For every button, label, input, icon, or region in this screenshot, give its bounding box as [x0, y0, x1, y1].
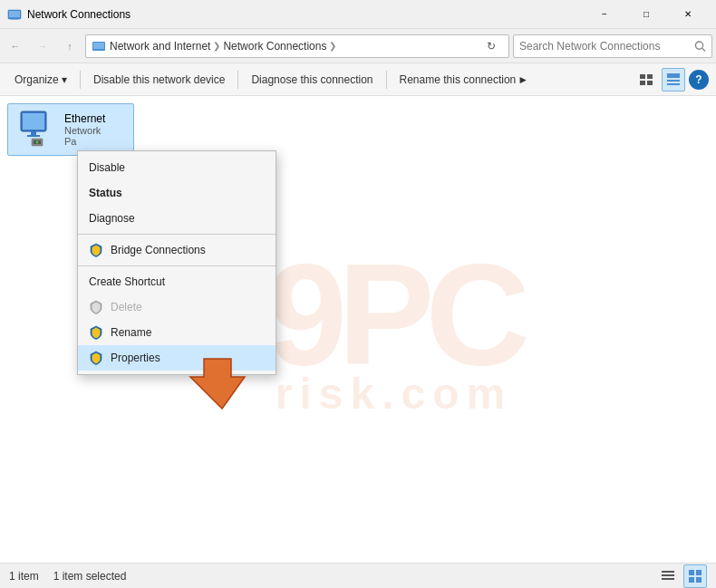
toolbar-separator-2: [237, 71, 238, 89]
search-icon: [694, 40, 706, 53]
svg-point-21: [36, 141, 39, 144]
toolbar: Organize ▾ Disable this network device D…: [0, 63, 716, 96]
forward-button[interactable]: →: [31, 34, 54, 58]
ctx-diagnose-label: Diagnose: [89, 212, 135, 225]
svg-rect-23: [662, 571, 674, 573]
maximize-button[interactable]: □: [625, 0, 667, 29]
organize-button[interactable]: Organize ▾: [7, 67, 74, 92]
svg-rect-5: [93, 43, 104, 49]
ctx-properties[interactable]: Properties: [78, 345, 276, 371]
ctx-bridge-label: Bridge Connections: [111, 244, 206, 256]
address-bar: ← → ↑ Network and Internet ❯ Network Con…: [0, 29, 716, 63]
ctx-shortcut-label: Create Shortcut: [89, 275, 165, 288]
svg-rect-28: [689, 577, 694, 583]
ethernet-labels: Ethernet Network Pa: [64, 112, 105, 147]
ctx-rename-label: Rename: [111, 326, 151, 339]
ctx-properties-label: Properties: [111, 352, 160, 364]
back-button[interactable]: ←: [4, 34, 27, 58]
svg-rect-26: [689, 570, 694, 575]
shield-rename-icon: [89, 325, 103, 340]
ctx-diagnose[interactable]: Diagnose: [78, 206, 276, 231]
status-list-view-button[interactable]: [656, 564, 680, 588]
main-content: 9PC risk.com: [0, 96, 716, 563]
svg-rect-11: [647, 81, 653, 85]
ethernet-icon: [15, 108, 59, 151]
svg-rect-24: [662, 574, 674, 576]
ctx-sep-2: [78, 265, 276, 266]
ctx-shortcut[interactable]: Create Shortcut: [78, 269, 276, 294]
svg-rect-29: [696, 577, 701, 583]
svg-rect-13: [667, 80, 680, 82]
svg-rect-3: [11, 18, 18, 19]
svg-rect-14: [667, 83, 680, 85]
svg-rect-1: [9, 11, 20, 17]
help-label: ?: [695, 73, 701, 86]
shield-properties-icon: [89, 351, 103, 365]
diagnose-button[interactable]: Diagnose this connection: [244, 67, 380, 92]
ethernet-subtype: Pa: [64, 136, 105, 147]
ethernet-type: Network: [64, 125, 105, 136]
svg-rect-27: [696, 570, 701, 575]
up-button[interactable]: ↑: [58, 34, 82, 58]
large-icons-button[interactable]: [662, 68, 685, 92]
svg-rect-9: [647, 74, 653, 79]
status-tile-view-button[interactable]: [683, 564, 707, 588]
svg-rect-2: [12, 17, 17, 19]
svg-rect-25: [662, 578, 674, 580]
rename-arrow: ►: [518, 73, 528, 86]
svg-rect-12: [667, 73, 680, 78]
status-bar: 1 item 1 item selected: [0, 563, 716, 588]
window-controls: − □ ✕: [584, 0, 709, 29]
svg-rect-18: [27, 135, 40, 137]
toolbar-separator-1: [80, 71, 81, 89]
shield-delete-icon: [89, 300, 103, 314]
window-icon: [7, 7, 22, 22]
ctx-bridge[interactable]: Bridge Connections: [78, 237, 276, 263]
toolbar-separator-3: [386, 71, 387, 89]
shield-bridge-icon: [89, 243, 103, 257]
selected-count: 1 item selected: [53, 570, 127, 583]
svg-rect-16: [23, 113, 44, 130]
ctx-delete: Delete: [78, 294, 276, 320]
ctx-disable-label: Disable: [89, 161, 125, 174]
svg-rect-8: [640, 74, 645, 79]
ctx-disable[interactable]: Disable: [78, 155, 276, 180]
toolbar-right: ?: [634, 68, 709, 92]
address-refresh-button[interactable]: ↻: [479, 34, 503, 58]
window-title: Network Connections: [27, 8, 584, 21]
ethernet-item[interactable]: Ethernet Network Pa: [7, 103, 134, 156]
svg-point-6: [696, 41, 703, 48]
context-menu: Disable Status Diagnose Bridge Connectio: [77, 150, 276, 375]
ctx-status-label: Status: [89, 187, 122, 199]
file-area: 9PC risk.com: [0, 96, 716, 563]
breadcrumb[interactable]: Network and Internet ❯ Network Connectio…: [85, 34, 509, 58]
rename-label: Rename this connection: [400, 73, 517, 86]
close-button[interactable]: ✕: [667, 0, 709, 29]
ctx-sep-1: [78, 234, 276, 235]
breadcrumb-network-internet: Network and Internet: [110, 40, 210, 53]
ctx-rename[interactable]: Rename: [78, 320, 276, 345]
rename-button[interactable]: Rename this connection ►: [392, 67, 537, 92]
ctx-status[interactable]: Status: [78, 180, 276, 206]
minimize-button[interactable]: −: [584, 0, 625, 29]
help-button[interactable]: ?: [689, 70, 709, 90]
ctx-delete-label: Delete: [111, 301, 142, 313]
item-count: 1 item: [9, 570, 39, 583]
view-options-button[interactable]: [634, 68, 658, 92]
ethernet-name: Ethernet: [64, 112, 105, 125]
svg-line-7: [702, 48, 705, 51]
search-input[interactable]: [519, 40, 691, 53]
watermark: 9PC risk.com: [266, 241, 521, 418]
title-bar: Network Connections − □ ✕: [0, 0, 716, 29]
status-right-controls: [656, 564, 707, 588]
search-bar: [513, 34, 712, 58]
svg-rect-10: [640, 81, 645, 85]
breadcrumb-network-connections: Network Connections: [223, 40, 326, 53]
disable-network-button[interactable]: Disable this network device: [86, 67, 232, 92]
